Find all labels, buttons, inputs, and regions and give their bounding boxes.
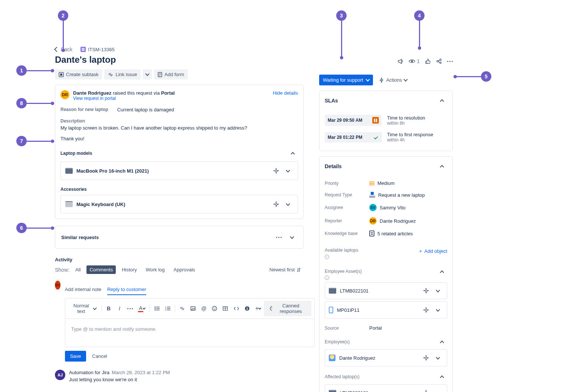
issue-key-link[interactable]: ITSM-13365 xyxy=(81,47,115,52)
chevron-down-icon xyxy=(404,77,408,81)
accessory-item[interactable]: Magic Keyboard (UK) xyxy=(60,195,298,213)
text-format-dropdown[interactable]: Normal text xyxy=(68,303,99,314)
channel-text: Portal xyxy=(161,90,175,96)
tab-comments[interactable]: Comments xyxy=(86,265,116,274)
text-color-button[interactable]: A xyxy=(136,303,147,314)
save-button[interactable]: Save xyxy=(65,351,86,362)
tab-history[interactable]: History xyxy=(119,265,140,274)
object-expand-button[interactable] xyxy=(433,305,443,315)
add-form-button[interactable]: Add form xyxy=(154,69,188,79)
reporter-label: Reporter xyxy=(325,218,369,223)
callout-8: 8 xyxy=(16,98,53,108)
svg-point-16 xyxy=(247,307,248,308)
link-button[interactable] xyxy=(177,303,187,314)
bullet-list-button[interactable] xyxy=(152,303,162,314)
object-network-button[interactable] xyxy=(271,166,281,176)
assignee-value[interactable]: SVSammy Vito xyxy=(369,204,406,211)
kb-value[interactable]: 5 related articles xyxy=(369,231,413,236)
number-list-icon: 123 xyxy=(165,306,170,311)
svg-point-19 xyxy=(437,61,438,62)
sort-label: Newest first xyxy=(269,267,295,272)
sla-sub: within 8h xyxy=(387,121,425,126)
employees-collapse[interactable] xyxy=(437,337,447,347)
sla-sub: within 4h xyxy=(387,137,433,143)
comment-text: Just letting you know we're on it xyxy=(69,377,170,382)
create-subtask-button[interactable]: Create subtask xyxy=(55,69,102,79)
laptop-models-collapse[interactable] xyxy=(288,148,298,159)
details-collapse[interactable] xyxy=(437,161,447,172)
info-icon[interactable]: i xyxy=(325,255,329,259)
share-icon xyxy=(436,58,442,64)
employee-assets-collapse[interactable] xyxy=(437,267,447,277)
employee-item[interactable]: Dante Rodriguez xyxy=(325,349,447,366)
object-network-button[interactable] xyxy=(421,305,431,315)
object-network-button[interactable] xyxy=(421,353,431,363)
editor-textarea[interactable]: Type @ to mention and notify someone. xyxy=(65,319,314,347)
request-type-value[interactable]: Request a new laptop xyxy=(369,192,425,198)
asset-id: MP01IP11 xyxy=(337,307,360,313)
object-expand-button[interactable] xyxy=(283,199,293,209)
mention-button[interactable]: @ xyxy=(199,303,209,314)
code-button[interactable] xyxy=(231,303,242,314)
add-object-link[interactable]: + Add object xyxy=(419,248,447,254)
object-network-button[interactable] xyxy=(421,388,431,392)
callout-6: 6 xyxy=(16,223,53,233)
requester-avatar: DR xyxy=(60,90,69,99)
image-button[interactable] xyxy=(188,303,198,314)
cancel-button[interactable]: Cancel xyxy=(90,353,109,359)
number-list-button[interactable]: 123 xyxy=(163,303,173,314)
request-type-label: Request Type xyxy=(325,192,369,197)
similar-expand-button[interactable] xyxy=(287,232,297,242)
slas-collapse[interactable] xyxy=(437,95,447,106)
plus-icon: + xyxy=(255,305,259,312)
tab-approvals[interactable]: Approvals xyxy=(171,265,198,274)
actions-dropdown[interactable]: Actions xyxy=(377,77,410,84)
asset-item[interactable]: MP01IP11 xyxy=(325,301,447,318)
object-expand-button[interactable] xyxy=(433,353,443,363)
affected-collapse[interactable] xyxy=(437,372,447,382)
share-button[interactable] xyxy=(436,58,442,64)
link-issue-more-button[interactable] xyxy=(143,69,152,79)
priority-value[interactable]: Medium xyxy=(369,180,394,186)
pause-icon xyxy=(372,117,379,124)
feedback-button[interactable] xyxy=(397,58,403,64)
reporter-value[interactable]: DRDante Rodriguez xyxy=(369,217,416,225)
tab-worklog[interactable]: Work log xyxy=(143,265,168,274)
emoji-button[interactable] xyxy=(210,303,220,314)
add-internal-note-tab[interactable]: Add internal note xyxy=(65,287,101,295)
current-user-avatar: SV xyxy=(55,281,60,290)
italic-button[interactable]: I xyxy=(114,303,124,314)
reply-to-customer-tab[interactable]: Reply to customer xyxy=(107,287,146,295)
link-issue-button[interactable]: Link issue xyxy=(104,69,141,79)
info-icon[interactable]: i xyxy=(325,275,329,280)
bold-button[interactable]: B xyxy=(104,303,114,314)
object-network-button[interactable] xyxy=(271,199,281,209)
person-icon xyxy=(329,355,335,361)
view-in-portal-link[interactable]: View request in portal xyxy=(73,96,175,101)
raised-via-text: raised this request via xyxy=(111,90,161,96)
object-expand-button[interactable] xyxy=(433,388,443,392)
similar-more-button[interactable] xyxy=(274,232,284,242)
affected-item[interactable]: LTMB022101 xyxy=(325,384,447,392)
watchers-button[interactable]: 1 xyxy=(409,58,420,64)
canned-responses-button[interactable]: Canned responses xyxy=(264,301,311,316)
status-dropdown[interactable]: Waiting for support xyxy=(319,75,373,85)
details-header: Details xyxy=(325,163,342,169)
hide-details-link[interactable]: Hide details xyxy=(273,90,298,96)
asset-item[interactable]: LTMB022101 xyxy=(325,282,447,299)
insert-more-button[interactable]: + xyxy=(253,303,263,314)
vote-button[interactable] xyxy=(425,58,431,64)
laptop-model-item[interactable]: MacBook Pro 16-inch M1 (2021) xyxy=(60,161,298,180)
table-button[interactable] xyxy=(220,303,230,314)
emoji-icon xyxy=(212,306,217,311)
thumbs-up-icon xyxy=(425,58,431,64)
more-actions-button[interactable] xyxy=(447,58,453,64)
network-icon xyxy=(274,168,279,173)
object-expand-button[interactable] xyxy=(433,285,443,296)
info-panel-button[interactable] xyxy=(242,303,252,314)
object-network-button[interactable] xyxy=(421,285,431,296)
tab-all[interactable]: All xyxy=(72,265,83,274)
object-expand-button[interactable] xyxy=(283,166,293,176)
sort-toggle[interactable]: Newest first xyxy=(266,265,304,274)
more-format-button[interactable] xyxy=(125,303,135,314)
